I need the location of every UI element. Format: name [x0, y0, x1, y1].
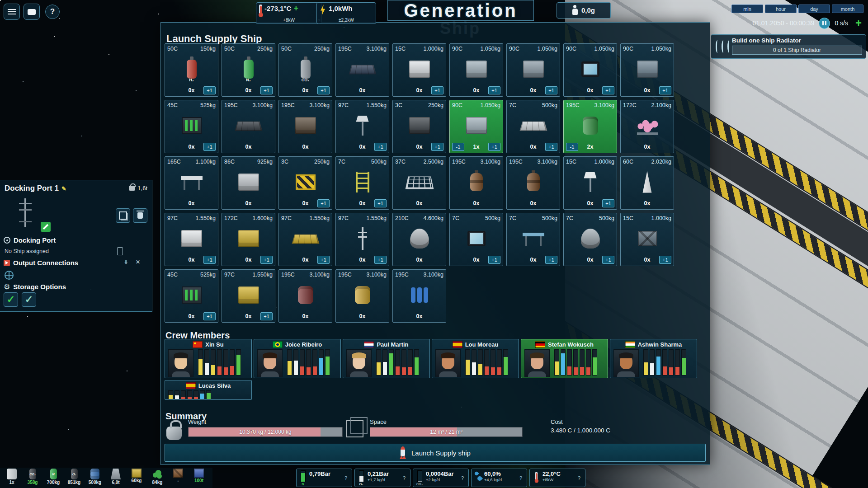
gauge-help-button[interactable]: ? — [575, 475, 583, 481]
increment-button[interactable]: +1 — [203, 312, 216, 320]
increment-button[interactable]: +1 — [317, 256, 330, 264]
increment-button[interactable]: +1 — [431, 143, 443, 151]
crew-stat-bar — [573, 349, 578, 375]
item-weight: 500kg — [599, 215, 614, 221]
crew-member-card[interactable]: Lucas Silva — [165, 380, 252, 400]
item-weight: 1.550kg — [253, 272, 273, 278]
import-icon[interactable]: ⇩ — [124, 259, 128, 265]
item-header: 60C 2.020kg — [623, 159, 671, 165]
time-button-hour[interactable]: hour — [765, 5, 797, 13]
gauge-help-button[interactable]: ? — [342, 475, 350, 481]
resource-slot: - — [169, 469, 187, 485]
crew-member-name: Ashwin Sharma — [638, 341, 682, 348]
increment-button[interactable]: +1 — [545, 143, 557, 151]
item-controls: -1 0x +1 — [623, 255, 671, 264]
increment-button[interactable]: +1 — [317, 199, 330, 207]
ship-slot-icon[interactable] — [117, 247, 123, 255]
increment-button[interactable]: +1 — [659, 256, 671, 264]
item-count: 0x — [464, 87, 488, 94]
item-header: 3C 250kg — [281, 159, 330, 165]
cost-value: 3.480 C / 1.000.000 C — [551, 427, 610, 434]
item-temperature: 97C — [167, 215, 178, 221]
increment-button[interactable]: +1 — [374, 143, 387, 151]
item-count: 0x — [179, 313, 203, 319]
gauge-help-button[interactable]: ? — [517, 475, 525, 481]
item-weight: 1.050kg — [481, 102, 500, 108]
increment-button[interactable]: +1 — [545, 256, 557, 264]
speed-increase-button[interactable]: + — [853, 18, 864, 28]
crew-member-card[interactable]: Paul Martin — [343, 339, 430, 378]
increment-button[interactable]: +1 — [602, 86, 614, 94]
increment-button[interactable]: +1 — [260, 256, 273, 264]
time-button-day[interactable]: day — [798, 5, 830, 13]
clear-connections-icon[interactable]: ✕ — [136, 259, 140, 265]
increment-button[interactable]: +1 — [374, 199, 387, 207]
crew-member-name: Stefan Wokusch — [548, 341, 594, 348]
increment-button[interactable]: +1 — [659, 86, 671, 94]
pause-button[interactable] — [819, 18, 830, 29]
main-menu-button[interactable] — [4, 4, 20, 20]
crew-member-card[interactable]: Xin Su — [165, 339, 252, 378]
item-count: 0x — [464, 200, 488, 206]
crew-stat-bar — [193, 390, 198, 399]
crew-stat-bar — [211, 349, 216, 375]
increment-button[interactable]: +1 — [260, 86, 273, 94]
crew-member-card[interactable]: Joice Ribeiro — [254, 339, 341, 378]
item-controls: -1 0x +1 — [281, 86, 330, 94]
increment-button[interactable]: +1 — [545, 86, 557, 94]
rename-icon[interactable]: ✎ — [61, 185, 66, 192]
item-shape-icon — [181, 174, 203, 190]
increment-button[interactable]: +1 — [602, 256, 614, 264]
item-icon — [167, 278, 216, 312]
storage-allow-in-checkbox[interactable]: ✓ — [4, 292, 18, 307]
item-header: 195C 3.100kg — [281, 102, 330, 108]
item-header: 97C 1.550kg — [281, 215, 330, 221]
resource-slot: 500kg — [86, 469, 104, 485]
resource-icon — [173, 469, 183, 478]
space-label: Space — [370, 418, 387, 425]
supply-item-card: 90C 1.050kg -1 0x +1 — [506, 43, 560, 97]
build-task-panel[interactable]: Build one Ship Radiator 0 of 1 Ship Radi… — [711, 34, 866, 59]
resource-icon — [7, 469, 17, 479]
focus-view-button[interactable] — [116, 208, 130, 223]
increment-button[interactable]: +1 — [374, 256, 387, 264]
increment-button[interactable]: +1 — [488, 256, 500, 264]
gauge-help-button[interactable]: ? — [400, 475, 408, 481]
help-button[interactable]: ? — [45, 5, 60, 19]
crew-stat-bar — [681, 349, 686, 375]
crew-member-card[interactable]: Lou Moreau — [432, 339, 519, 378]
gauge-readout: 0,0004Bar ±2 kg/d — [426, 470, 453, 487]
decrement-button[interactable]: -1 — [566, 143, 578, 151]
temperature-delta: +8kW — [256, 18, 321, 23]
item-weight: 250kg — [257, 46, 273, 52]
time-button-month[interactable]: month — [832, 5, 863, 13]
resource-value: 60kg — [132, 478, 142, 483]
crew-stat-bar — [465, 349, 470, 375]
storage-allow-out-checkbox[interactable]: ✓ — [22, 292, 36, 307]
messages-button[interactable] — [24, 4, 40, 20]
decrement-button[interactable]: -1 — [452, 143, 464, 151]
gauge-help-button[interactable]: ? — [458, 475, 467, 481]
item-controls: -1 2x +1 — [566, 142, 614, 151]
item-temperature: 195C — [566, 102, 580, 108]
increment-button[interactable]: +1 — [488, 143, 500, 151]
increment-button[interactable]: +1 — [431, 86, 443, 94]
increment-button[interactable]: +1 — [488, 86, 500, 94]
increment-button[interactable]: +1 — [203, 143, 216, 151]
connection-target-icon[interactable] — [5, 271, 14, 280]
increment-button[interactable]: +1 — [317, 86, 330, 94]
increment-button[interactable]: +1 — [260, 312, 273, 320]
increment-button[interactable]: +1 — [602, 199, 614, 207]
crew-member-card[interactable]: Stefan Wokusch — [521, 339, 608, 378]
increment-button[interactable]: +1 — [203, 86, 216, 94]
item-icon — [338, 52, 387, 86]
increment-button[interactable]: +1 — [203, 256, 216, 264]
item-temperature: 172C — [224, 215, 238, 221]
launch-supply-ship-button[interactable]: Launch Supply ship — [165, 444, 706, 462]
time-button-min[interactable]: min — [731, 5, 763, 13]
demolish-button[interactable] — [133, 208, 147, 223]
crew-member-card[interactable]: Ashwin Sharma — [610, 339, 697, 378]
item-weight: 525kg — [200, 272, 216, 278]
crew-member-name: Lucas Silva — [198, 382, 231, 389]
supply-item-card: 37C 2.500kg -1 0x +1 — [392, 156, 446, 210]
